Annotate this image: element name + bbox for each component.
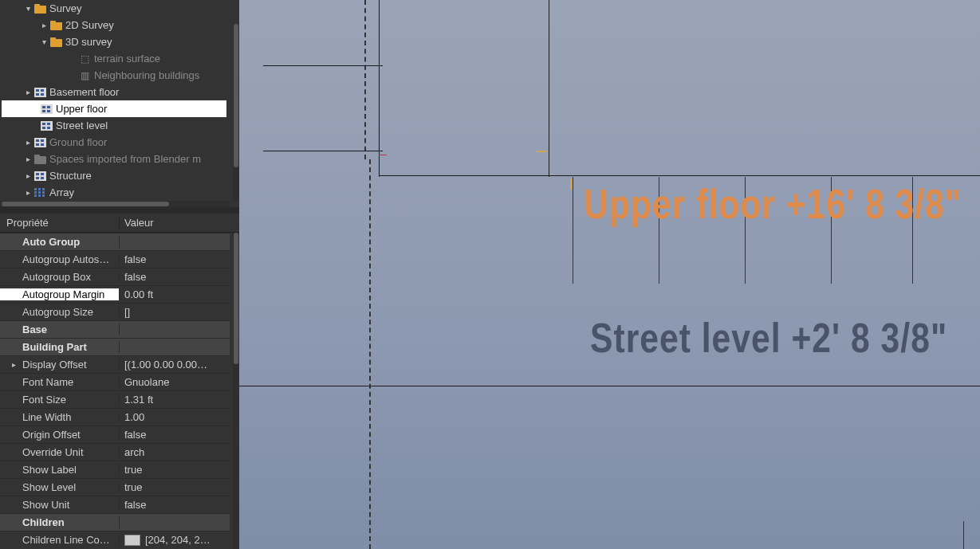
property-row[interactable]: Autogroup Autos…false [0, 250, 230, 268]
svg-rect-25 [41, 143, 44, 146]
property-name: Auto Group [0, 236, 120, 248]
svg-rect-38 [38, 194, 41, 197]
property-value[interactable]: 1.00 [120, 411, 230, 423]
tree-item-label: Structure [49, 170, 96, 182]
property-value[interactable]: Gnuolane [120, 376, 230, 388]
tree-item-label: terrain surface [94, 53, 165, 65]
tree-item[interactable]: 3D survey [0, 33, 239, 50]
tree-item-label: Neighbouring buildings [94, 69, 204, 81]
tree-item[interactable]: ▥Neighbouring buildings [0, 67, 239, 84]
svg-rect-5 [50, 37, 56, 41]
property-row[interactable]: Font Size1.31 ft [0, 390, 230, 408]
tree-expand-arrow[interactable] [24, 155, 32, 163]
svg-rect-21 [34, 138, 46, 147]
property-grid[interactable]: Auto GroupAutogroup Autos…falseAutogroup… [0, 233, 230, 549]
property-group-header: Base [0, 320, 230, 338]
tree-item[interactable]: Ground floor [0, 134, 239, 151]
property-name: Children [0, 516, 120, 528]
property-value[interactable]: [] [120, 306, 230, 318]
svg-rect-36 [38, 188, 41, 190]
level-icon [33, 170, 46, 182]
svg-rect-20 [47, 127, 50, 129]
property-row[interactable]: Children Line Co…[204, 204, 2… [0, 531, 230, 548]
left-panel: Survey2D Survey3D survey⬚terrain surface… [0, 0, 239, 549]
viewport-3d[interactable]: Upper floor +16' 8 3/8" Street level +2'… [239, 0, 980, 549]
tree-expand-arrow[interactable] [24, 4, 32, 13]
level-icon [40, 103, 53, 116]
tree-item-label: Ground floor [49, 136, 112, 148]
folder-icon [49, 36, 62, 49]
property-value[interactable]: [(1.00 0.00 0.00… [120, 359, 230, 371]
svg-rect-6 [34, 88, 46, 97]
property-grid-header: Propriété Valeur [0, 214, 239, 233]
property-row[interactable]: Line Width1.00 [0, 408, 230, 425]
property-expand-arrow[interactable]: ▸ [6, 360, 21, 369]
property-value[interactable]: 1.31 ft [120, 394, 230, 406]
property-value[interactable]: [204, 204, 2… [120, 534, 230, 547]
svg-rect-35 [34, 194, 37, 197]
level-tick [963, 521, 964, 549]
tree-item[interactable]: Structure [0, 167, 239, 184]
svg-rect-17 [42, 123, 45, 125]
property-row[interactable]: Show Labeltrue [0, 461, 230, 478]
svg-rect-39 [42, 188, 45, 190]
tree-item-label: 2D Survey [65, 19, 119, 31]
tree-item[interactable]: Street level [0, 117, 239, 134]
tree-expand-arrow[interactable] [24, 138, 32, 147]
tree-expand-arrow[interactable] [40, 37, 48, 46]
svg-rect-3 [50, 21, 56, 24]
svg-rect-24 [36, 143, 39, 146]
tree-item[interactable]: ⬚terrain surface [0, 50, 239, 67]
property-group-header: Auto Group [0, 233, 230, 250]
tree-item[interactable]: Array [0, 184, 239, 201]
tree-horizontal-scrollbar[interactable] [0, 201, 230, 207]
svg-rect-8 [41, 89, 44, 92]
tree-item[interactable]: 2D Survey [0, 17, 239, 33]
property-row[interactable]: Show Unitfalse [0, 496, 230, 513]
tree-expand-arrow[interactable] [24, 188, 32, 197]
property-value[interactable]: true [120, 464, 230, 476]
property-name: Show Unit [0, 499, 120, 511]
svg-rect-10 [41, 93, 44, 96]
property-name: Children Line Co… [0, 534, 120, 546]
svg-rect-14 [42, 110, 45, 112]
color-swatch[interactable] [124, 535, 140, 546]
tree-expand-arrow[interactable] [24, 171, 32, 180]
property-value[interactable]: arch [120, 446, 230, 458]
folder-icon [33, 2, 46, 15]
property-row[interactable]: Override Unitarch [0, 443, 230, 461]
property-name: Autogroup Autos… [0, 253, 120, 265]
property-value[interactable]: false [120, 271, 230, 283]
property-row[interactable]: Autogroup Boxfalse [0, 268, 230, 285]
tree-item[interactable]: Survey [0, 0, 239, 17]
property-name: Autogroup Size [0, 306, 120, 318]
property-value[interactable]: true [120, 481, 230, 493]
property-value[interactable]: false [120, 499, 230, 511]
property-vertical-scrollbar[interactable] [233, 233, 239, 549]
property-row[interactable]: Autogroup Margin0.00 ft [0, 285, 230, 303]
svg-rect-40 [42, 191, 45, 194]
tree-item[interactable]: Upper floor [0, 100, 239, 117]
tree-vertical-scrollbar[interactable] [233, 24, 239, 199]
tree-item[interactable]: Basement floor [0, 84, 239, 100]
property-row[interactable]: Font NameGnuolane [0, 373, 230, 390]
panel-splitter[interactable] [0, 207, 239, 214]
svg-rect-16 [41, 121, 53, 131]
tree-expand-arrow[interactable] [24, 88, 32, 96]
edge-line [263, 65, 383, 66]
array-icon [33, 186, 46, 199]
property-value[interactable]: false [120, 429, 230, 441]
property-row[interactable]: Autogroup Size[] [0, 303, 230, 320]
tree-item-label: Survey [49, 2, 86, 14]
property-row[interactable]: Show Leveltrue [0, 478, 230, 496]
svg-rect-13 [47, 106, 50, 108]
model-tree[interactable]: Survey2D Survey3D survey⬚terrain surface… [0, 0, 239, 201]
svg-rect-15 [47, 110, 50, 112]
property-row[interactable]: Origin Offsetfalse [0, 425, 230, 443]
level-line-upper-floor [379, 175, 980, 176]
property-value[interactable]: 0.00 ft [120, 288, 230, 300]
property-row[interactable]: ▸Display Offset[(1.00 0.00 0.00… [0, 355, 230, 373]
tree-item[interactable]: Spaces imported from Blender m [0, 151, 239, 167]
tree-expand-arrow[interactable] [40, 21, 48, 29]
property-value[interactable]: false [120, 253, 230, 265]
